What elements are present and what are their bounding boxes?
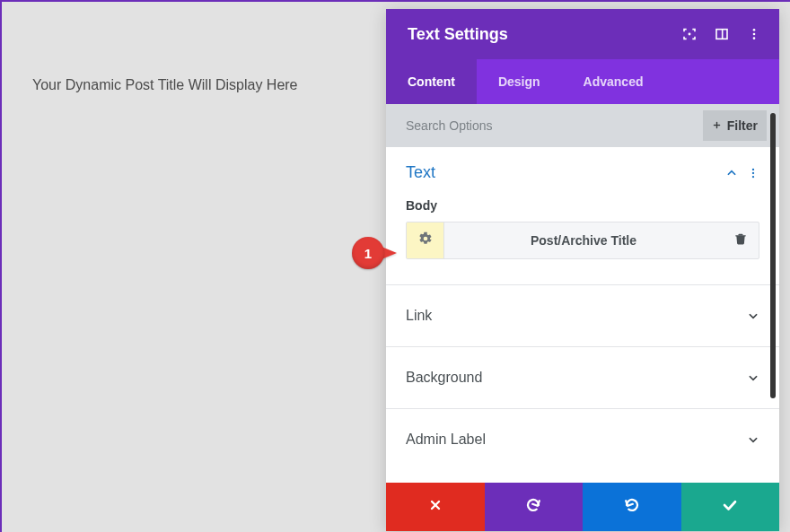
kebab-menu-icon[interactable] xyxy=(747,27,761,41)
section-link-title: Link xyxy=(406,308,747,324)
redo-icon xyxy=(624,497,640,517)
section-text-header[interactable]: Text xyxy=(406,163,759,182)
dynamic-clear-button[interactable] xyxy=(723,232,759,249)
body-dynamic-value: Post/Archive Title xyxy=(406,222,759,259)
page-preview-title: Your Dynamic Post Title Will Display Her… xyxy=(32,77,298,93)
plus-icon xyxy=(712,118,722,133)
annotation-number: 1 xyxy=(352,237,384,269)
window-left-border xyxy=(0,0,2,532)
section-link-header[interactable]: Link xyxy=(386,285,779,346)
section-background: Background xyxy=(386,347,779,409)
section-admin-label-title: Admin Label xyxy=(406,432,747,448)
undo-icon xyxy=(525,497,541,517)
kebab-menu-icon[interactable] xyxy=(747,167,759,179)
svg-rect-11 xyxy=(735,235,746,236)
action-bar xyxy=(386,483,779,531)
expand-panel-icon[interactable] xyxy=(715,27,729,41)
panel-title: Text Settings xyxy=(408,25,682,44)
filter-button-label: Filter xyxy=(727,118,758,133)
tab-content[interactable]: Content xyxy=(386,59,477,104)
panel-scroll-area: Filter Text Body xyxy=(386,104,779,483)
redo-button[interactable] xyxy=(583,483,681,531)
panel-tabs: Content Design Advanced xyxy=(386,59,779,104)
discard-button[interactable] xyxy=(386,483,485,531)
dynamic-value-text: Post/Archive Title xyxy=(444,233,723,248)
close-icon xyxy=(428,498,443,516)
window-top-border xyxy=(0,0,790,2)
section-text-title: Text xyxy=(406,163,725,182)
panel-header-actions xyxy=(682,27,761,41)
section-background-header[interactable]: Background xyxy=(386,347,779,408)
body-field-label: Body xyxy=(406,198,759,213)
dynamic-settings-button[interactable] xyxy=(407,222,444,259)
annotation-callout: 1 xyxy=(352,237,408,269)
svg-point-5 xyxy=(753,37,756,39)
trash-icon xyxy=(734,232,747,249)
svg-point-10 xyxy=(752,175,754,177)
svg-point-3 xyxy=(753,29,756,31)
section-text: Text Body xyxy=(386,147,779,285)
section-background-title: Background xyxy=(406,370,747,386)
svg-point-4 xyxy=(753,33,756,36)
gear-icon xyxy=(418,231,433,249)
svg-point-0 xyxy=(689,33,691,36)
scan-icon[interactable] xyxy=(682,27,697,41)
section-admin-label: Admin Label xyxy=(386,409,779,470)
chevron-up-icon xyxy=(725,167,738,179)
panel-header: Text Settings xyxy=(386,9,779,59)
section-admin-label-header[interactable]: Admin Label xyxy=(386,409,779,470)
tab-advanced[interactable]: Advanced xyxy=(562,59,665,104)
chevron-down-icon xyxy=(747,371,759,384)
search-input[interactable] xyxy=(406,118,703,133)
svg-point-9 xyxy=(752,171,754,173)
settings-panel: Text Settings Content Design Advanced xyxy=(386,9,779,531)
chevron-down-icon xyxy=(747,433,759,446)
save-button[interactable] xyxy=(681,483,780,531)
chevron-down-icon xyxy=(747,310,759,322)
undo-button[interactable] xyxy=(485,483,584,531)
filter-button[interactable]: Filter xyxy=(703,110,767,141)
svg-point-8 xyxy=(752,168,754,170)
section-link: Link xyxy=(386,285,779,347)
tab-design[interactable]: Design xyxy=(477,59,562,104)
check-icon xyxy=(722,497,738,517)
search-row: Filter xyxy=(386,104,779,147)
scrollbar[interactable] xyxy=(770,113,776,398)
